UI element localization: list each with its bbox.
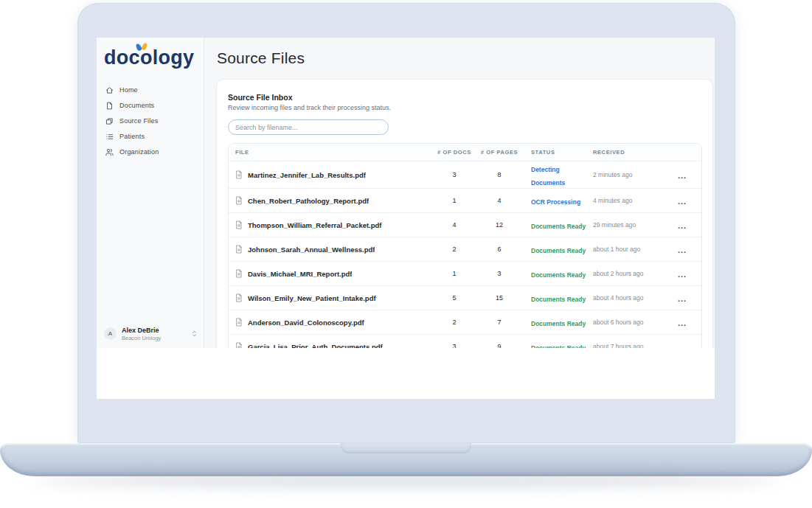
search-input[interactable] bbox=[228, 119, 389, 135]
table-row[interactable]: Johnson_Sarah_Annual_Wellness.pdf 2 6 Do… bbox=[229, 237, 701, 261]
screen-content: docology Home Documents S bbox=[97, 38, 715, 399]
file-name: Chen_Robert_Pathology_Report.pdf bbox=[248, 197, 369, 205]
actions-cell: ... bbox=[670, 168, 695, 181]
table-row[interactable]: Davis_Michael_MRI_Report.pdf 1 3 Documen… bbox=[229, 261, 701, 285]
row-menu-button[interactable]: ... bbox=[678, 171, 687, 180]
sidebar: docology Home Documents S bbox=[97, 38, 204, 348]
avatar: A bbox=[104, 327, 117, 340]
pages-count: 7 bbox=[476, 319, 522, 326]
docs-count: 3 bbox=[432, 343, 476, 348]
status-cell: Documents Ready bbox=[522, 267, 593, 280]
sidebar-item-documents[interactable]: Documents bbox=[104, 100, 196, 112]
row-menu-button[interactable]: ... bbox=[678, 270, 687, 279]
pages-count: 15 bbox=[476, 294, 522, 302]
received-time: about 1 hour ago bbox=[593, 246, 670, 253]
table-row[interactable]: Garcia_Lisa_Prior_Auth_Documents.pdf 3 9… bbox=[229, 334, 701, 348]
file-name: Johnson_Sarah_Annual_Wellness.pdf bbox=[248, 246, 375, 254]
sidebar-item-source-files[interactable]: Source Files bbox=[104, 115, 196, 128]
status-badge: OCR Processing bbox=[531, 198, 580, 206]
user-name: Alex DeBrie bbox=[122, 327, 186, 335]
pages-count: 3 bbox=[476, 270, 522, 277]
laptop-base-notch bbox=[341, 443, 471, 453]
status-cell: Detecting Documents bbox=[522, 161, 593, 188]
sidebar-item-label: Documents bbox=[119, 102, 154, 109]
file-cell: Chen_Robert_Pathology_Report.pdf bbox=[235, 196, 432, 205]
status-badge: Documents Ready bbox=[531, 344, 586, 348]
file-icon bbox=[235, 245, 243, 254]
file-cell: Johnson_Sarah_Annual_Wellness.pdf bbox=[235, 245, 432, 254]
sidebar-item-patients[interactable]: Patients bbox=[104, 131, 196, 143]
row-menu-button[interactable]: ... bbox=[678, 343, 687, 348]
status-badge: Documents Ready bbox=[531, 247, 586, 254]
sidebar-item-label: Source Files bbox=[119, 117, 158, 125]
sidebar-item-label: Home bbox=[119, 86, 138, 94]
table-row[interactable]: Thompson_William_Referral_Packet.pdf 4 1… bbox=[229, 212, 701, 237]
received-time: about 7 hours ago bbox=[593, 343, 670, 348]
docs-count: 3 bbox=[432, 171, 476, 178]
status-cell: Documents Ready bbox=[522, 316, 593, 329]
laptop-mockup: docology Home Documents S bbox=[0, 0, 812, 508]
actions-cell: ... bbox=[670, 194, 695, 207]
status-badge: Detecting Documents bbox=[531, 166, 565, 187]
file-name: Thompson_William_Referral_Packet.pdf bbox=[248, 221, 382, 229]
docology-app-window: docology Home Documents S bbox=[97, 38, 715, 348]
column-header-received: RECEIVED bbox=[593, 149, 670, 156]
status-badge: Documents Ready bbox=[531, 296, 586, 303]
received-time: about 2 hours ago bbox=[593, 270, 670, 277]
sidebar-item-organization[interactable]: Organization bbox=[104, 146, 196, 159]
status-badge: Documents Ready bbox=[531, 223, 586, 230]
docs-count: 1 bbox=[432, 270, 476, 277]
file-cell: Thompson_William_Referral_Packet.pdf bbox=[235, 220, 432, 229]
docs-count: 2 bbox=[432, 246, 476, 253]
user-meta: Alex DeBrie Beacon Urology bbox=[122, 327, 186, 341]
pages-count: 4 bbox=[476, 197, 522, 204]
file-name: Martinez_Jennifer_Lab_Results.pdf bbox=[248, 171, 366, 179]
column-header-file: FILE bbox=[235, 149, 432, 156]
pages-count: 8 bbox=[476, 171, 522, 178]
source-files-icon bbox=[105, 117, 114, 125]
card-subtitle: Review incoming files and track their pr… bbox=[228, 104, 702, 111]
source-files-table: FILE # OF DOCS # OF PAGES STATUS RECEIVE… bbox=[228, 143, 702, 348]
column-header-docs: # OF DOCS bbox=[432, 149, 476, 156]
file-cell: Davis_Michael_MRI_Report.pdf bbox=[235, 269, 432, 278]
received-time: about 4 hours ago bbox=[593, 294, 670, 302]
table-row[interactable]: Martinez_Jennifer_Lab_Results.pdf 3 8 De… bbox=[229, 161, 701, 188]
file-icon bbox=[235, 293, 243, 302]
source-file-inbox-card: Source File Inbox Review incoming files … bbox=[216, 79, 713, 348]
user-account-menu[interactable]: A Alex DeBrie Beacon Urology bbox=[104, 327, 198, 341]
column-header-pages: # OF PAGES bbox=[476, 149, 522, 156]
row-menu-button[interactable]: ... bbox=[678, 294, 687, 303]
status-cell: Documents Ready bbox=[522, 243, 593, 256]
status-badge: Documents Ready bbox=[531, 271, 586, 279]
table-row[interactable]: Anderson_David_Colonoscopy.pdf 2 7 Docum… bbox=[229, 310, 701, 334]
file-icon bbox=[235, 318, 243, 327]
table-row[interactable]: Chen_Robert_Pathology_Report.pdf 1 4 OCR… bbox=[229, 188, 701, 212]
row-menu-button[interactable]: ... bbox=[678, 221, 687, 230]
table-row[interactable]: Wilson_Emily_New_Patient_Intake.pdf 5 15… bbox=[229, 285, 701, 310]
file-icon bbox=[235, 170, 243, 179]
file-icon bbox=[235, 342, 243, 348]
docs-count: 5 bbox=[432, 294, 476, 302]
card-title: Source File Inbox bbox=[228, 93, 702, 102]
file-name: Anderson_David_Colonoscopy.pdf bbox=[248, 319, 364, 327]
actions-cell: ... bbox=[670, 267, 695, 280]
sidebar-item-home[interactable]: Home bbox=[104, 84, 196, 97]
status-cell: OCR Processing bbox=[522, 194, 593, 207]
docs-count: 4 bbox=[432, 221, 476, 229]
pages-count: 12 bbox=[476, 221, 522, 229]
actions-cell: ... bbox=[670, 340, 695, 348]
actions-cell: ... bbox=[670, 243, 695, 256]
docology-logo[interactable]: docology bbox=[104, 47, 194, 69]
row-menu-button[interactable]: ... bbox=[678, 246, 687, 254]
row-menu-button[interactable]: ... bbox=[678, 319, 687, 327]
row-menu-button[interactable]: ... bbox=[678, 197, 687, 206]
status-cell: Documents Ready bbox=[522, 340, 593, 348]
main-area: Source Files Source File Inbox Review in… bbox=[204, 38, 715, 348]
file-cell: Martinez_Jennifer_Lab_Results.pdf bbox=[235, 170, 432, 179]
list-icon bbox=[105, 133, 114, 141]
status-badge: Documents Ready bbox=[531, 320, 586, 327]
pages-count: 9 bbox=[476, 343, 522, 348]
pages-count: 6 bbox=[476, 246, 522, 253]
file-cell: Anderson_David_Colonoscopy.pdf bbox=[235, 318, 432, 327]
file-icon bbox=[235, 196, 243, 205]
